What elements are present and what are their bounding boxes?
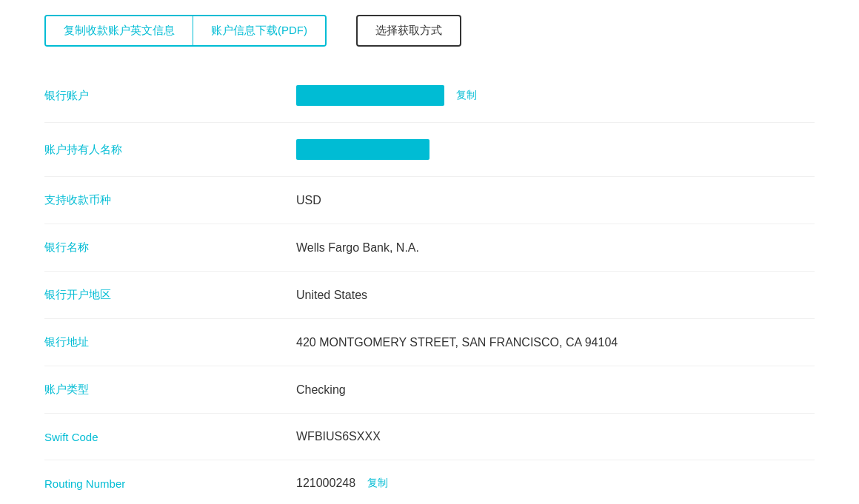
download-pdf-button[interactable]: 账户信息下载(PDF) (193, 16, 325, 45)
field-value-routing-number: 121000248 复制 (296, 477, 815, 490)
field-value-bank-account: 复制 (296, 85, 815, 106)
field-label-bank-account: 银行账户 (44, 89, 296, 103)
table-row: 银行名称 Wells Fargo Bank, N.A. (44, 224, 815, 272)
btn-group: 复制收款账户英文信息 账户信息下载(PDF) (44, 15, 327, 47)
field-value-account-holder (296, 139, 815, 160)
field-label-bank-region: 银行开户地区 (44, 288, 296, 302)
field-label-currency: 支持收款币种 (44, 193, 296, 207)
select-method-button[interactable]: 选择获取方式 (356, 15, 461, 47)
field-value-bank-address: 420 MONTGOMERY STREET, SAN FRANCISCO, CA… (296, 336, 815, 349)
field-value-currency: USD (296, 194, 815, 207)
field-label-bank-name: 银行名称 (44, 241, 296, 255)
field-value-bank-region: United States (296, 289, 815, 302)
copy-english-info-button[interactable]: 复制收款账户英文信息 (46, 16, 193, 45)
info-table: 银行账户 复制 账户持有人名称 支持收款币种 USD (44, 69, 815, 504)
field-value-account-type: Checking (296, 383, 815, 397)
toolbar: 复制收款账户英文信息 账户信息下载(PDF) 选择获取方式 (44, 15, 815, 47)
field-label-account-type: 账户类型 (44, 383, 296, 397)
table-row: 银行开户地区 United States (44, 272, 815, 319)
field-label-bank-address: 银行地址 (44, 335, 296, 349)
table-row: 账户类型 Checking (44, 366, 815, 414)
field-label-routing-number: Routing Number (44, 477, 296, 490)
field-value-swift-code: WFBIUS6SXXX (296, 430, 815, 443)
table-row: 银行地址 420 MONTGOMERY STREET, SAN FRANCISC… (44, 319, 815, 366)
redacted-account-holder (296, 139, 430, 160)
field-label-swift-code: Swift Code (44, 431, 296, 443)
table-row: Routing Number 121000248 复制 (44, 460, 815, 504)
redacted-bank-account (296, 85, 444, 106)
copy-routing-number-link[interactable]: 复制 (367, 477, 388, 490)
table-row: 银行账户 复制 (44, 69, 815, 123)
table-row: 账户持有人名称 (44, 123, 815, 177)
copy-bank-account-link[interactable]: 复制 (456, 89, 477, 102)
table-row: Swift Code WFBIUS6SXXX (44, 414, 815, 460)
table-row: 支持收款币种 USD (44, 177, 815, 224)
field-value-bank-name: Wells Fargo Bank, N.A. (296, 241, 815, 255)
main-container: 复制收款账户英文信息 账户信息下载(PDF) 选择获取方式 银行账户 复制 账户… (0, 0, 859, 504)
field-label-account-holder: 账户持有人名称 (44, 143, 296, 157)
